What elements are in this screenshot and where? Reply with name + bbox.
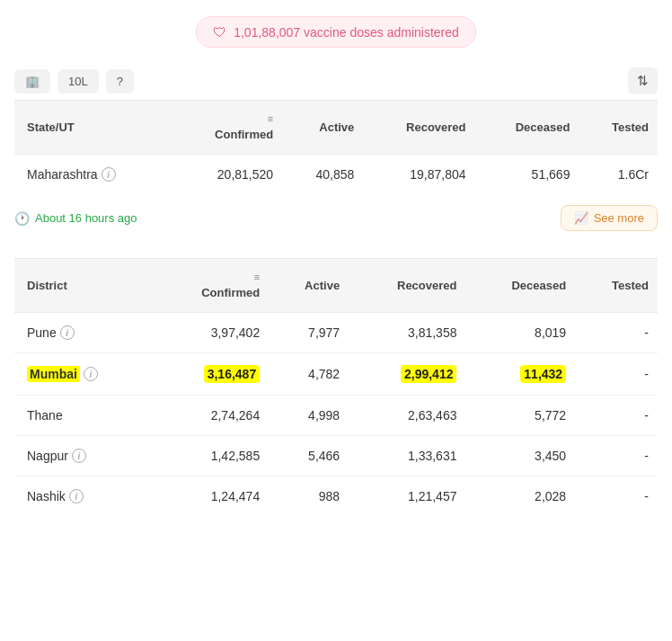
col-confirmed: ≡ Confirmed [172, 101, 282, 155]
update-text: About 16 hours ago [35, 211, 137, 225]
district-tested: - [575, 396, 658, 436]
state-name: Maharashtra [27, 167, 98, 182]
building-btn[interactable]: 🏢 [14, 69, 50, 93]
see-more-label: See more [594, 211, 644, 225]
district-deceased: 11,432 [465, 353, 575, 396]
col-district-deceased: Deceased [465, 259, 575, 313]
sort-icon: ⇅ [637, 73, 649, 88]
district-deceased: 3,450 [465, 436, 575, 476]
filter-icon: ≡ [181, 113, 273, 124]
col-recovered: Recovered [363, 101, 474, 155]
district-name-cell: Thane [14, 396, 154, 435]
state-table-wrapper: State/UT ≡ Confirmed Active Recovered De… [0, 100, 672, 194]
district-toolbar [0, 242, 672, 254]
see-more-button[interactable]: 📈 See more [561, 205, 658, 231]
col-deceased: Deceased [475, 101, 579, 155]
col-district-recovered: Recovered [349, 259, 465, 313]
state-tested: 1.6Cr [579, 155, 658, 195]
district-recovered: 3,81,358 [349, 313, 465, 353]
district-table-row: Nashik i 1,24,474 988 1,21,457 2,028 - [14, 476, 658, 517]
district-name: Mumbai [27, 366, 80, 382]
district-table-row: Mumbai i 3,16,487 4,782 2,99,412 11,432 … [14, 353, 658, 396]
district-tested: - [575, 313, 658, 353]
info-icon[interactable]: i [84, 367, 98, 381]
update-row: 🕐 About 16 hours ago 📈 See more [0, 194, 672, 242]
district-recovered: 1,21,457 [349, 476, 465, 517]
district-confirmed: 3,97,402 [154, 313, 269, 353]
state-recovered: 19,87,804 [363, 155, 474, 195]
col-district: District [14, 259, 154, 313]
col-district-active: Active [269, 259, 349, 313]
state-table-row: Maharashtra i 20,81,520 40,858 19,87,804… [14, 155, 658, 195]
district-table-header: District ≡ Confirmed Active Recovered De… [14, 259, 658, 313]
district-tested: - [575, 436, 658, 476]
district-table-row: Pune i 3,97,402 7,977 3,81,358 8,019 - [14, 313, 658, 353]
update-time: 🕐 About 16 hours ago [14, 211, 137, 226]
state-confirmed: 20,81,520 [172, 155, 282, 195]
state-table-header: State/UT ≡ Confirmed Active Recovered De… [14, 101, 658, 155]
info-icon[interactable]: i [102, 167, 116, 182]
district-table-row: Thane 2,74,264 4,998 2,63,463 5,772 - [14, 396, 658, 436]
district-active: 4,782 [269, 353, 349, 396]
help-icon: ? [117, 75, 123, 88]
district-name: Nagpur [27, 449, 68, 463]
district-recovered: 1,33,631 [349, 436, 465, 476]
district-tested: - [575, 476, 658, 517]
building-icon: 🏢 [25, 75, 40, 88]
district-name: Thane [27, 408, 63, 423]
district-name-cell: Nashik i [14, 476, 154, 516]
district-active: 7,977 [269, 313, 349, 353]
vaccine-banner: 🛡 1,01,88,007 vaccine doses administered [0, 0, 672, 60]
info-icon[interactable]: i [69, 489, 84, 503]
state-active: 40,858 [282, 155, 363, 195]
chart-icon: 📈 [574, 211, 588, 225]
vaccine-pill: 🛡 1,01,88,007 vaccine doses administered [196, 16, 476, 48]
info-icon[interactable]: i [72, 449, 86, 463]
district-confirmed: 1,24,474 [154, 476, 269, 517]
vaccine-text: 1,01,88,007 vaccine doses administered [234, 25, 459, 40]
district-deceased: 5,772 [465, 396, 575, 436]
info-icon[interactable]: i [60, 325, 75, 340]
clock-icon: 🕐 [14, 211, 30, 226]
district-name-cell: Pune i [14, 313, 154, 352]
unit-btn[interactable]: 10L [57, 69, 99, 93]
district-name-cell: Mumbai i [14, 353, 154, 395]
sort-button[interactable]: ⇅ [628, 67, 658, 94]
col-tested: Tested [579, 101, 658, 155]
district-name: Pune [27, 325, 57, 340]
state-toolbar: 🏢 10L ? ⇅ [0, 60, 672, 100]
shield-icon: 🛡 [213, 24, 226, 40]
district-name-cell: Nagpur i [14, 436, 154, 476]
state-deceased: 51,669 [475, 155, 579, 195]
district-active: 5,466 [269, 436, 349, 476]
district-table-body: Pune i 3,97,402 7,977 3,81,358 8,019 - M… [14, 313, 658, 517]
district-confirmed: 1,42,585 [154, 436, 269, 476]
district-table-row: Nagpur i 1,42,585 5,466 1,33,631 3,450 - [14, 436, 658, 476]
district-table: District ≡ Confirmed Active Recovered De… [14, 258, 658, 516]
unit-label: 10L [68, 75, 88, 88]
col-district-confirmed: ≡ Confirmed [154, 259, 269, 313]
district-recovered: 2,99,412 [349, 353, 465, 396]
district-recovered: 2,63,463 [349, 396, 465, 436]
district-name: Nashik [27, 489, 66, 503]
district-active: 988 [269, 476, 349, 517]
col-state: State/UT [14, 101, 172, 155]
district-table-wrapper: District ≡ Confirmed Active Recovered De… [0, 258, 672, 516]
district-filter-icon: ≡ [163, 272, 260, 282]
district-deceased: 8,019 [465, 313, 575, 353]
district-active: 4,998 [269, 396, 349, 436]
col-active: Active [282, 101, 363, 155]
help-btn[interactable]: ? [106, 69, 134, 93]
col-district-tested: Tested [575, 259, 658, 313]
district-confirmed: 2,74,264 [154, 396, 269, 436]
district-confirmed: 3,16,487 [154, 353, 269, 396]
toolbar-left: 🏢 10L ? [14, 69, 134, 93]
district-tested: - [575, 353, 658, 396]
state-table-body: Maharashtra i 20,81,520 40,858 19,87,804… [14, 155, 658, 195]
state-name-cell: Maharashtra i [14, 155, 172, 194]
state-table: State/UT ≡ Confirmed Active Recovered De… [14, 100, 658, 194]
district-deceased: 2,028 [465, 476, 575, 517]
